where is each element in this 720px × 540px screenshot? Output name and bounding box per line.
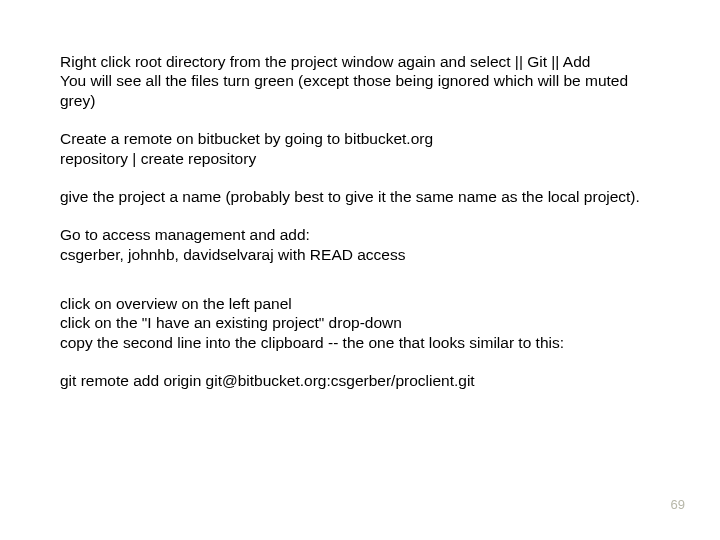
text-line: click on the "I have an existing project… — [60, 313, 660, 332]
page-number: 69 — [671, 497, 685, 512]
text-line: Go to access management and add: — [60, 225, 660, 244]
paragraph-5: click on overview on the left panel clic… — [60, 294, 660, 352]
paragraph-3: give the project a name (probably best t… — [60, 187, 660, 206]
text-line: You will see all the files turn green (e… — [60, 71, 660, 110]
paragraph-1: Right click root directory from the proj… — [60, 52, 660, 110]
paragraph-6: git remote add origin git@bitbucket.org:… — [60, 371, 660, 390]
paragraph-2: Create a remote on bitbucket by going to… — [60, 129, 660, 168]
text-line: give the project a name (probably best t… — [60, 187, 660, 206]
text-line: Create a remote on bitbucket by going to… — [60, 129, 660, 148]
text-line: click on overview on the left panel — [60, 294, 660, 313]
text-line: copy the second line into the clipboard … — [60, 333, 660, 352]
paragraph-4: Go to access management and add: csgerbe… — [60, 225, 660, 264]
text-line: Right click root directory from the proj… — [60, 52, 660, 71]
text-line: csgerber, johnhb, davidselvaraj with REA… — [60, 245, 660, 264]
text-line: git remote add origin git@bitbucket.org:… — [60, 371, 660, 390]
document-content: Right click root directory from the proj… — [0, 0, 720, 391]
text-line: repository | create repository — [60, 149, 660, 168]
